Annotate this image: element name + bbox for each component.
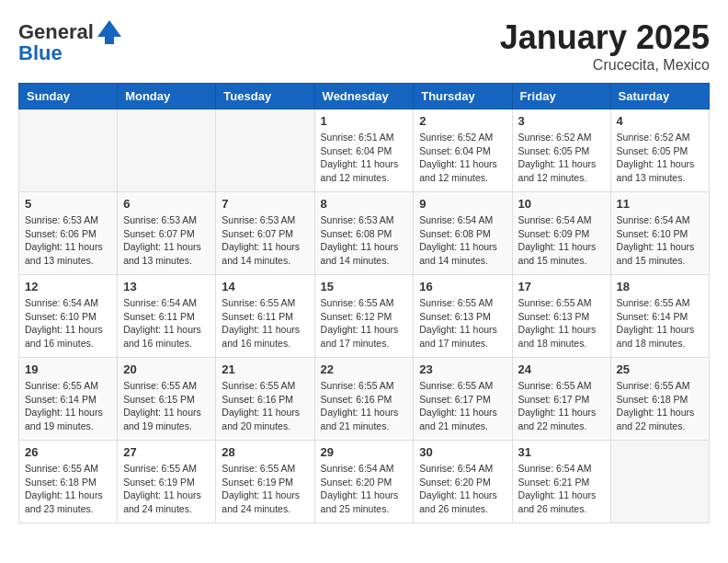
day-info: Sunrise: 6:54 AM Sunset: 6:20 PM Dayligh… <box>321 462 408 516</box>
day-header-saturday: Saturday <box>610 84 709 109</box>
svg-marker-0 <box>97 20 121 37</box>
day-info: Sunrise: 6:55 AM Sunset: 6:12 PM Dayligh… <box>321 296 408 350</box>
calendar-cell: 26Sunrise: 6:55 AM Sunset: 6:18 PM Dayli… <box>19 441 118 523</box>
calendar-cell: 8Sunrise: 6:53 AM Sunset: 6:08 PM Daylig… <box>314 192 414 275</box>
day-info: Sunrise: 6:54 AM Sunset: 6:10 PM Dayligh… <box>617 213 703 268</box>
calendar-cell: 29Sunrise: 6:54 AM Sunset: 6:20 PM Dayli… <box>314 441 414 523</box>
day-number: 25 <box>617 362 703 376</box>
day-number: 26 <box>25 445 111 459</box>
calendar-cell: 15Sunrise: 6:55 AM Sunset: 6:12 PM Dayli… <box>314 275 414 358</box>
calendar-cell: 11Sunrise: 6:54 AM Sunset: 6:10 PM Dayli… <box>610 192 709 275</box>
calendar-header-row: SundayMondayTuesdayWednesdayThursdayFrid… <box>19 84 710 109</box>
day-info: Sunrise: 6:55 AM Sunset: 6:13 PM Dayligh… <box>419 296 506 350</box>
day-number: 12 <box>25 280 111 293</box>
day-number: 21 <box>222 362 308 376</box>
day-info: Sunrise: 6:53 AM Sunset: 6:07 PM Dayligh… <box>222 213 308 268</box>
day-number: 30 <box>419 445 506 459</box>
day-info: Sunrise: 6:54 AM Sunset: 6:09 PM Dayligh… <box>518 213 605 268</box>
calendar-cell: 13Sunrise: 6:54 AM Sunset: 6:11 PM Dayli… <box>118 275 216 358</box>
calendar-cell: 14Sunrise: 6:55 AM Sunset: 6:11 PM Dayli… <box>216 275 314 358</box>
svg-rect-1 <box>105 37 114 44</box>
day-number: 29 <box>321 445 408 459</box>
day-info: Sunrise: 6:55 AM Sunset: 6:19 PM Dayligh… <box>222 462 308 516</box>
day-number: 17 <box>518 280 605 293</box>
day-number: 27 <box>123 445 210 459</box>
calendar-cell <box>19 109 118 192</box>
day-info: Sunrise: 6:55 AM Sunset: 6:18 PM Dayligh… <box>25 462 111 516</box>
calendar-cell: 17Sunrise: 6:55 AM Sunset: 6:13 PM Dayli… <box>512 275 610 358</box>
day-info: Sunrise: 6:55 AM Sunset: 6:17 PM Dayligh… <box>419 379 506 433</box>
day-header-monday: Monday <box>118 84 216 109</box>
calendar-cell: 10Sunrise: 6:54 AM Sunset: 6:09 PM Dayli… <box>512 192 610 275</box>
page-header: General Blue January 2025 Crucecita, Mex… <box>18 18 710 74</box>
day-number: 19 <box>25 362 111 376</box>
day-info: Sunrise: 6:55 AM Sunset: 6:17 PM Dayligh… <box>518 379 605 433</box>
day-number: 7 <box>222 197 308 211</box>
title-block: January 2025 Crucecita, Mexico <box>500 18 710 74</box>
calendar-cell <box>216 109 314 192</box>
logo-general: General <box>18 21 94 43</box>
day-header-wednesday: Wednesday <box>314 84 414 109</box>
day-info: Sunrise: 6:55 AM Sunset: 6:16 PM Dayligh… <box>321 379 408 433</box>
day-info: Sunrise: 6:55 AM Sunset: 6:14 PM Dayligh… <box>25 379 111 433</box>
day-info: Sunrise: 6:55 AM Sunset: 6:18 PM Dayligh… <box>617 379 703 433</box>
day-number: 14 <box>222 280 308 293</box>
day-info: Sunrise: 6:53 AM Sunset: 6:07 PM Dayligh… <box>123 213 210 268</box>
day-number: 5 <box>25 197 111 211</box>
calendar-cell: 12Sunrise: 6:54 AM Sunset: 6:10 PM Dayli… <box>19 275 118 358</box>
calendar-cell: 16Sunrise: 6:55 AM Sunset: 6:13 PM Dayli… <box>414 275 512 358</box>
day-number: 2 <box>419 114 506 128</box>
day-info: Sunrise: 6:55 AM Sunset: 6:14 PM Dayligh… <box>617 296 703 350</box>
calendar-cell: 21Sunrise: 6:55 AM Sunset: 6:16 PM Dayli… <box>216 358 314 441</box>
calendar-cell: 19Sunrise: 6:55 AM Sunset: 6:14 PM Dayli… <box>19 358 118 441</box>
day-info: Sunrise: 6:53 AM Sunset: 6:06 PM Dayligh… <box>25 213 111 268</box>
calendar-cell: 5Sunrise: 6:53 AM Sunset: 6:06 PM Daylig… <box>19 192 118 275</box>
day-number: 9 <box>419 197 506 211</box>
day-info: Sunrise: 6:51 AM Sunset: 6:04 PM Dayligh… <box>321 131 408 185</box>
week-row-5: 26Sunrise: 6:55 AM Sunset: 6:18 PM Dayli… <box>19 441 710 523</box>
day-number: 4 <box>617 114 703 128</box>
calendar-cell: 1Sunrise: 6:51 AM Sunset: 6:04 PM Daylig… <box>314 109 414 192</box>
day-info: Sunrise: 6:54 AM Sunset: 6:20 PM Dayligh… <box>419 462 506 516</box>
day-info: Sunrise: 6:55 AM Sunset: 6:15 PM Dayligh… <box>123 379 210 433</box>
calendar-cell: 31Sunrise: 6:54 AM Sunset: 6:21 PM Dayli… <box>512 441 610 523</box>
calendar-cell <box>610 441 709 523</box>
month-title: January 2025 <box>500 18 710 57</box>
day-number: 8 <box>321 197 408 211</box>
calendar-cell: 20Sunrise: 6:55 AM Sunset: 6:15 PM Dayli… <box>118 358 216 441</box>
day-header-sunday: Sunday <box>19 84 118 109</box>
day-number: 6 <box>123 197 210 211</box>
week-row-4: 19Sunrise: 6:55 AM Sunset: 6:14 PM Dayli… <box>19 358 710 441</box>
day-header-thursday: Thursday <box>414 84 512 109</box>
day-number: 23 <box>419 362 506 376</box>
day-header-tuesday: Tuesday <box>216 84 314 109</box>
day-number: 24 <box>518 362 605 376</box>
day-header-friday: Friday <box>512 84 610 109</box>
week-row-2: 5Sunrise: 6:53 AM Sunset: 6:06 PM Daylig… <box>19 192 710 275</box>
day-number: 1 <box>321 114 408 128</box>
day-info: Sunrise: 6:55 AM Sunset: 6:13 PM Dayligh… <box>518 296 605 350</box>
day-number: 31 <box>518 445 605 459</box>
day-number: 3 <box>518 114 605 128</box>
day-number: 28 <box>222 445 308 459</box>
calendar-cell: 9Sunrise: 6:54 AM Sunset: 6:08 PM Daylig… <box>414 192 512 275</box>
calendar-cell: 28Sunrise: 6:55 AM Sunset: 6:19 PM Dayli… <box>216 441 314 523</box>
day-info: Sunrise: 6:54 AM Sunset: 6:10 PM Dayligh… <box>25 296 111 350</box>
calendar-cell: 30Sunrise: 6:54 AM Sunset: 6:20 PM Dayli… <box>414 441 512 523</box>
day-number: 11 <box>617 197 703 211</box>
calendar-cell <box>118 109 216 192</box>
calendar-cell: 27Sunrise: 6:55 AM Sunset: 6:19 PM Dayli… <box>118 441 216 523</box>
calendar-cell: 4Sunrise: 6:52 AM Sunset: 6:05 PM Daylig… <box>610 109 709 192</box>
day-number: 10 <box>518 197 605 211</box>
calendar-cell: 22Sunrise: 6:55 AM Sunset: 6:16 PM Dayli… <box>314 358 414 441</box>
calendar-cell: 2Sunrise: 6:52 AM Sunset: 6:04 PM Daylig… <box>414 109 512 192</box>
day-info: Sunrise: 6:52 AM Sunset: 6:05 PM Dayligh… <box>617 131 703 185</box>
logo-icon <box>96 18 123 46</box>
day-info: Sunrise: 6:52 AM Sunset: 6:05 PM Dayligh… <box>518 131 605 185</box>
day-info: Sunrise: 6:54 AM Sunset: 6:11 PM Dayligh… <box>123 296 210 350</box>
location-subtitle: Crucecita, Mexico <box>500 57 710 74</box>
day-number: 16 <box>419 280 506 293</box>
day-info: Sunrise: 6:52 AM Sunset: 6:04 PM Dayligh… <box>419 131 506 185</box>
day-info: Sunrise: 6:54 AM Sunset: 6:21 PM Dayligh… <box>518 462 605 516</box>
calendar-cell: 24Sunrise: 6:55 AM Sunset: 6:17 PM Dayli… <box>512 358 610 441</box>
